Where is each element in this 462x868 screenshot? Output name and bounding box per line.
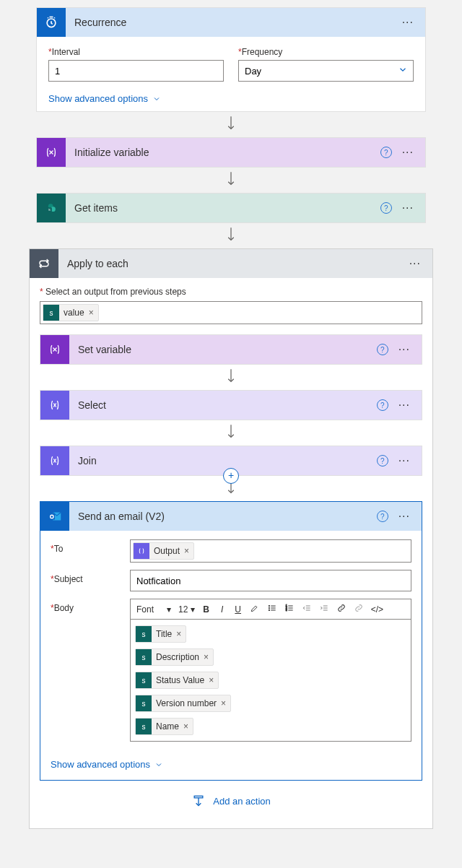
help-icon[interactable]: ? [380, 202, 392, 214]
body-label: *Body [51, 599, 130, 613]
token-status-value[interactable]: sStatus Value× [135, 672, 219, 689]
connector-arrow [14, 112, 448, 137]
indent-button[interactable] [316, 602, 332, 617]
token-version-number[interactable]: sVersion number× [135, 695, 231, 712]
show-advanced-link[interactable]: Show advanced options [51, 759, 411, 770]
apply-header[interactable]: Apply to each ··· [30, 249, 432, 278]
data-op-icon [134, 543, 149, 559]
token-name[interactable]: sName× [135, 718, 193, 735]
token-title[interactable]: sTitle× [135, 625, 186, 643]
select-title: Select [69, 399, 377, 411]
font-size-select[interactable]: 12 ▾ [175, 603, 198, 616]
variable-icon [40, 335, 69, 364]
action-select: Select ? ··· [40, 390, 422, 420]
sharepoint-icon: s [136, 719, 152, 734]
token-description[interactable]: sDescription× [135, 648, 214, 666]
more-menu[interactable]: ··· [396, 199, 419, 217]
more-menu[interactable]: ··· [404, 254, 427, 273]
link-button[interactable] [334, 602, 349, 617]
remove-token-icon[interactable]: × [204, 652, 209, 662]
more-menu[interactable]: ··· [396, 13, 419, 32]
sharepoint-icon: s [136, 695, 152, 711]
connector-arrow [40, 365, 422, 390]
more-menu[interactable]: ··· [396, 143, 419, 162]
select-header[interactable]: Select ? ··· [40, 391, 422, 420]
rte-toolbar: Font▾ 12 ▾ B I U [130, 599, 411, 619]
add-action-button[interactable]: Add an action [40, 781, 422, 814]
svg-point-8 [269, 606, 269, 607]
data-op-icon [40, 391, 69, 420]
help-icon[interactable]: ? [377, 455, 388, 466]
select-output-label: * Select an output from previous steps [40, 287, 422, 297]
initvar-title: Initialize variable [66, 147, 380, 158]
help-icon[interactable]: ? [380, 147, 392, 158]
remove-token-icon[interactable]: × [183, 721, 188, 732]
loop-icon [30, 249, 58, 278]
bullet-list-button[interactable] [264, 602, 280, 617]
help-icon[interactable]: ? [377, 344, 388, 355]
sharepoint-icon: s [43, 305, 59, 321]
to-input[interactable]: Output × [130, 539, 411, 563]
setvar-header[interactable]: Set variable ? ··· [40, 335, 422, 364]
sharepoint-icon: s [136, 672, 152, 688]
add-step-button[interactable]: + [223, 468, 239, 484]
token-value[interactable]: s value × [43, 304, 99, 321]
setvar-title: Set variable [69, 344, 377, 355]
help-icon[interactable]: ? [377, 511, 388, 522]
recurrence-header[interactable]: Recurrence ··· [37, 8, 425, 37]
body-editor[interactable]: sTitle× sDescription× sStatus Value× sVe… [130, 619, 411, 742]
to-label: *To [51, 539, 130, 554]
subject-input[interactable] [130, 570, 411, 591]
subject-label: *Subject [51, 570, 130, 584]
font-select[interactable]: Font▾ [134, 603, 174, 616]
interval-label: *Interval [48, 47, 224, 57]
italic-button[interactable]: I [215, 603, 230, 616]
unlink-button[interactable] [351, 602, 367, 617]
token-output[interactable]: Output × [133, 542, 194, 560]
remove-token-icon[interactable]: × [184, 546, 189, 556]
connector-arrow [14, 223, 448, 248]
email-title: Send an email (V2) [69, 511, 377, 522]
remove-token-icon[interactable]: × [209, 675, 214, 685]
more-menu[interactable]: ··· [393, 451, 416, 470]
action-initialize-variable: Initialize variable ? ··· [36, 137, 426, 168]
svg-point-10 [269, 609, 269, 610]
email-header[interactable]: Send an email (V2) ? ··· [40, 502, 422, 531]
connector-arrow [40, 420, 422, 446]
remove-token-icon[interactable]: × [221, 698, 226, 708]
highlight-button[interactable] [247, 602, 263, 617]
number-list-button[interactable]: 123 [282, 602, 297, 617]
more-menu[interactable]: ··· [393, 507, 416, 526]
action-send-email: Send an email (V2) ? ··· *To Output [40, 501, 422, 781]
action-apply-to-each: Apply to each ··· * Select an output fro… [29, 248, 433, 829]
help-icon[interactable]: ? [377, 399, 388, 411]
initvar-header[interactable]: Initialize variable ? ··· [37, 138, 425, 167]
select-output-input[interactable]: s value × [40, 301, 422, 324]
action-get-items: S Get items ? ··· [36, 193, 426, 223]
outdent-button[interactable] [299, 602, 315, 617]
svg-rect-6 [49, 513, 55, 519]
remove-token-icon[interactable]: × [176, 629, 181, 639]
code-view-button[interactable]: </> [368, 603, 386, 616]
interval-input[interactable] [48, 60, 224, 82]
getitems-header[interactable]: S Get items ? ··· [37, 194, 425, 222]
sharepoint-icon: s [136, 649, 152, 665]
variable-icon [37, 138, 66, 167]
action-set-variable: Set variable ? ··· [40, 334, 422, 365]
show-advanced-link[interactable]: Show advanced options [48, 93, 414, 104]
connector-arrow [14, 168, 448, 193]
remove-token-icon[interactable]: × [89, 308, 94, 318]
bold-button[interactable]: B [199, 603, 214, 616]
frequency-select[interactable] [238, 60, 414, 82]
sharepoint-icon: s [136, 626, 152, 642]
sharepoint-icon: S [37, 194, 66, 222]
frequency-label: *Frequency [238, 47, 414, 57]
clock-icon [37, 8, 66, 37]
svg-text:S: S [48, 208, 51, 212]
more-menu[interactable]: ··· [393, 396, 416, 415]
more-menu[interactable]: ··· [393, 340, 416, 359]
svg-text:3: 3 [285, 609, 287, 612]
getitems-title: Get items [66, 202, 380, 214]
outlook-icon [40, 502, 69, 531]
underline-button[interactable]: U [231, 603, 245, 616]
